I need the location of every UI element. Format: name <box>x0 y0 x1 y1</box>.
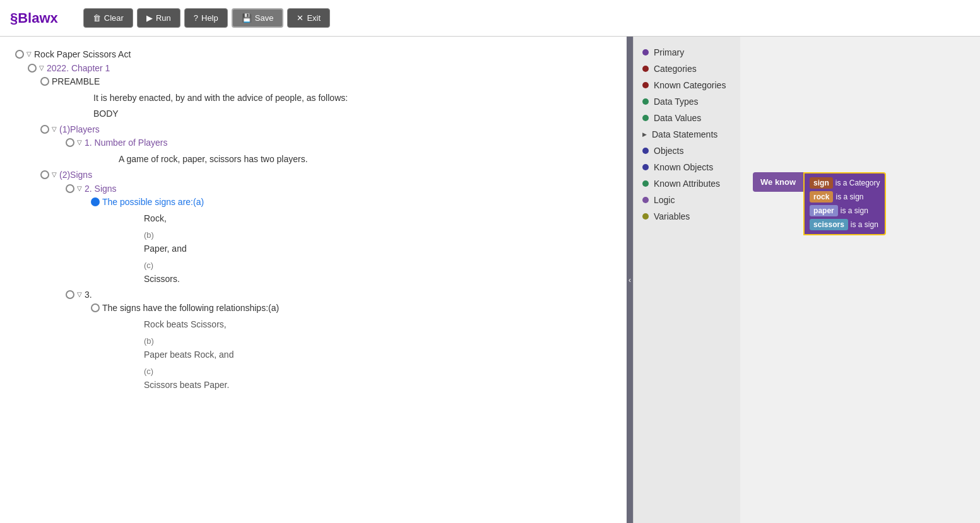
panel-divider[interactable]: ‹ <box>627 37 633 523</box>
help-icon: ? <box>194 13 198 23</box>
header: §Blawx 🗑 Clear ▶ Run ? Help 💾 Save ✕ Exi… <box>0 0 980 37</box>
chapter-radio[interactable] <box>28 64 37 73</box>
rock-chip: rock <box>810 191 833 203</box>
chapter-triangle: ▽ <box>39 64 44 71</box>
preamble-label: PREAMBLE <box>52 76 100 88</box>
section3-triangle: ▽ <box>77 291 82 298</box>
categories-label: Categories <box>654 64 697 74</box>
logic-dot-icon <box>642 197 649 203</box>
signs-subsection: ▽ 2. Signs The possible signs are:(a) Ro… <box>66 182 611 286</box>
sign-chip: sign <box>810 177 833 189</box>
preamble-radio[interactable] <box>40 77 49 86</box>
data-statements-label: Data Statements <box>652 129 717 139</box>
tree-root: ▽ Rock Paper Scissors Act ▽ 2022. Chapte… <box>15 48 611 392</box>
chapter-section: ▽ 2022. Chapter 1 PREAMBLE It is hereby … <box>28 62 611 392</box>
signs-content: The possible signs are:(a) Rock, (b) Pap… <box>91 196 611 286</box>
variables-dot-icon <box>642 213 649 220</box>
data-types-dot-icon <box>642 98 649 105</box>
rock-text: Rock, <box>144 212 611 225</box>
root-radio[interactable] <box>15 50 24 59</box>
objects-label: Objects <box>654 146 683 156</box>
document-tree: ▽ Rock Paper Scissors Act ▽ 2022. Chapte… <box>0 37 627 523</box>
save-icon: 💾 <box>242 13 252 23</box>
we-know-text: We know <box>760 177 796 187</box>
sidebar-item-data-values[interactable]: Data Values <box>634 110 740 126</box>
sidebar-item-objects[interactable]: Objects <box>634 143 740 159</box>
toolbar: 🗑 Clear ▶ Run ? Help 💾 Save ✕ Exit <box>83 8 330 28</box>
sidebar-item-known-objects[interactable]: Known Objects <box>634 159 740 175</box>
is-a-category-text: is a Category <box>835 179 880 187</box>
section3-text-radio[interactable] <box>91 303 100 312</box>
players-radio[interactable] <box>40 125 49 134</box>
b2-label: (b) <box>144 336 611 346</box>
app-logo: §Blawx <box>10 10 58 26</box>
paper-text: Paper, and <box>144 242 611 256</box>
categories-dot-icon <box>642 66 649 72</box>
primary-label: Primary <box>654 47 684 57</box>
c2-label: (c) <box>144 367 611 376</box>
primary-dot-icon <box>642 49 649 56</box>
signs-text-radio[interactable] <box>91 197 100 206</box>
sidebar-item-data-statements[interactable]: ▶ Data Statements <box>634 126 740 143</box>
known-objects-dot-icon <box>642 164 649 170</box>
we-know-block[interactable]: We know sign is a Category rock is a sig… <box>753 172 886 235</box>
paper-chip: paper <box>810 205 838 216</box>
sidebar-item-logic[interactable]: Logic <box>634 192 740 208</box>
preamble-row: PREAMBLE <box>40 75 611 89</box>
c-label: (c) <box>144 261 611 270</box>
scissors-chip: scissors <box>810 219 848 230</box>
blocks-sidebar: Primary Categories Known Categories Data… <box>633 37 740 523</box>
statement-row-2[interactable]: rock is a sign <box>810 191 880 203</box>
section3-row: ▽ 3. <box>66 288 611 302</box>
help-button[interactable]: ? Help <box>184 8 228 28</box>
root-triangle: ▽ <box>27 50 32 57</box>
scissors-text: Scissors. <box>144 273 611 286</box>
signs-radio[interactable] <box>66 184 74 193</box>
data-statements-triangle-icon: ▶ <box>642 131 647 138</box>
players-triangle: ▽ <box>52 126 57 132</box>
signs-section-radio[interactable] <box>40 170 49 179</box>
signs-row: ▽ 2. Signs <box>66 182 611 196</box>
objects-dot-icon <box>642 148 649 154</box>
we-know-label: We know <box>753 172 803 192</box>
known-categories-dot-icon <box>642 82 649 88</box>
sidebar-item-variables[interactable]: Variables <box>634 208 740 225</box>
num-players-row: ▽ 1. Number of Players <box>66 136 611 150</box>
sidebar-item-data-types[interactable]: Data Types <box>634 93 740 110</box>
scissors-beats-text: Scissors beats Paper. <box>144 379 611 392</box>
body-label: BODY <box>93 107 611 120</box>
clear-button[interactable]: 🗑 Clear <box>83 8 133 28</box>
section3-radio[interactable] <box>66 290 74 299</box>
blocks-canvas[interactable]: We know sign is a Category rock is a sig… <box>740 37 980 523</box>
save-button[interactable]: 💾 Save <box>232 8 284 28</box>
root-label: Rock Paper Scissors Act <box>34 49 131 61</box>
statement-row-3[interactable]: paper is a sign <box>810 205 880 216</box>
players-row: ▽ (1)Players <box>40 123 611 137</box>
sidebar-item-known-attributes[interactable]: Known Attributes <box>634 175 740 192</box>
signs-text-label: The possible signs are:(a) <box>102 196 204 209</box>
statement-row-1[interactable]: sign is a Category <box>810 177 880 189</box>
main-layout: ▽ Rock Paper Scissors Act ▽ 2022. Chapte… <box>0 37 980 523</box>
exit-button[interactable]: ✕ Exit <box>287 8 330 28</box>
num-players-section: ▽ 1. Number of Players A game of rock, p… <box>66 136 611 166</box>
play-icon: ▶ <box>146 13 153 23</box>
we-know-statements: sign is a Category rock is a sign paper … <box>803 172 886 235</box>
sidebar-item-primary[interactable]: Primary <box>634 44 740 61</box>
sidebar-item-categories[interactable]: Categories <box>634 61 740 77</box>
sidebar-item-known-categories[interactable]: Known Categories <box>634 77 740 93</box>
section3-text: The signs have the following relationshi… <box>102 302 279 315</box>
known-attributes-label: Known Attributes <box>654 179 720 189</box>
variables-label: Variables <box>654 211 690 221</box>
data-types-label: Data Types <box>654 97 699 107</box>
run-button[interactable]: ▶ Run <box>137 8 180 28</box>
chapter-label: 2022. Chapter 1 <box>47 62 110 75</box>
players-label: (1)Players <box>59 124 100 136</box>
exit-icon: ✕ <box>297 13 304 23</box>
section3-section: ▽ 3. The signs have the following relati… <box>66 288 611 392</box>
known-categories-label: Known Categories <box>654 80 726 90</box>
trash-icon: 🗑 <box>93 13 101 23</box>
num-players-radio[interactable] <box>66 138 74 147</box>
statement-row-4[interactable]: scissors is a sign <box>810 219 880 230</box>
chapter-row: ▽ 2022. Chapter 1 <box>28 62 611 76</box>
signs-text-row: The possible signs are:(a) <box>91 196 611 209</box>
